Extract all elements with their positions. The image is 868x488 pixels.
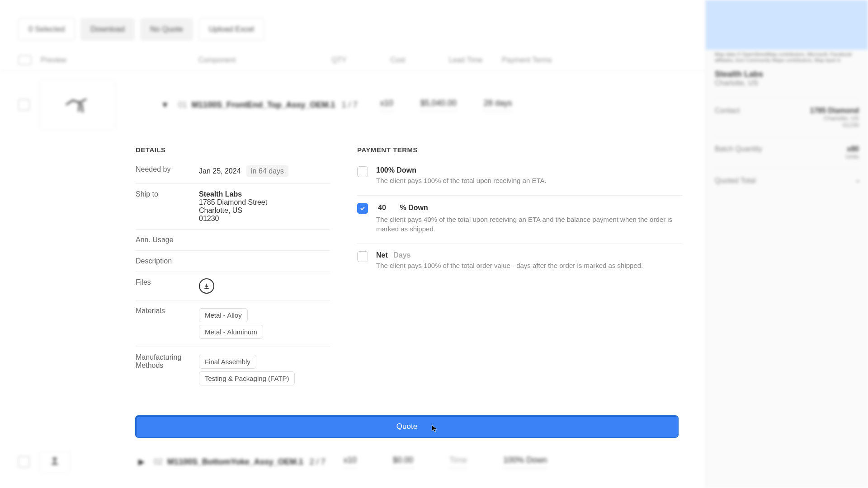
col-cost: Cost [366, 56, 429, 64]
material-tag: Metal - Alloy [199, 308, 248, 322]
component-fraction: 2 / 7 [310, 457, 326, 467]
map-credits: Map data © OpenStreetMap contributors, M… [715, 52, 859, 63]
col-preview: Preview [41, 56, 122, 64]
row-payment-terms[interactable]: 100% Down [503, 455, 547, 468]
col-lead-time: Lead Time [429, 56, 502, 64]
sidebar-company: Stealth Labs [715, 70, 859, 79]
batch-qty-units: Units [845, 153, 859, 160]
summary-sidebar: Map data © OpenStreetMap contributors, M… [705, 0, 868, 488]
percent-down-input[interactable]: 40 [376, 203, 390, 213]
component-fraction: 1 / 7 [342, 100, 358, 110]
payment-100-down-checkbox[interactable] [357, 166, 368, 177]
row-cost[interactable]: $5,040.00 [420, 99, 457, 111]
ship-to-label: Ship to [136, 190, 199, 198]
ship-company: Stealth Labs [199, 190, 330, 198]
map-preview [706, 0, 868, 50]
quote-button[interactable]: Quote [136, 416, 678, 437]
payment-100-down-title: 100% Down [376, 166, 683, 174]
contact-zip: 01230 [810, 122, 859, 128]
row-checkbox[interactable] [18, 99, 30, 111]
percent-down-desc: The client pays 40% of the total upon re… [376, 215, 683, 234]
net-desc: The client pays 100% of the total order … [376, 261, 683, 270]
col-qty: QTY [312, 56, 366, 64]
download-button[interactable]: Download [80, 18, 135, 41]
materials-label: Materials [136, 307, 199, 315]
upload-excel-button[interactable]: Upload Excel [198, 18, 264, 41]
payment-terms-panel: PAYMENT TERMS 100% Down The client pays … [357, 134, 683, 393]
material-tag: Metal - Aluminum [199, 325, 263, 339]
needed-by-date: Jan 25, 2024 [199, 167, 241, 175]
methods-label: Manufacturing Methods [136, 353, 199, 370]
part-thumbnail [39, 80, 116, 130]
payment-percent-down-checkbox[interactable] [357, 203, 368, 214]
selected-count-chip: 0 Selected [18, 18, 75, 41]
payment-net-checkbox[interactable] [357, 251, 368, 262]
row-qty[interactable]: x10 [344, 455, 357, 468]
percent-down-suffix: % Down [400, 204, 428, 211]
net-days-input[interactable]: Days [393, 251, 410, 259]
ship-street: 1785 Diamond Street [199, 198, 330, 206]
component-name: M1100S_FrontEnd_Top_Assy_OEM.1 [192, 100, 335, 110]
ann-usage-label: Ann. Usage [136, 236, 199, 244]
caret-right-icon[interactable]: ▶ [138, 457, 145, 467]
batch-qty-label: Batch Quantity [715, 145, 762, 160]
net-label: Net [376, 251, 388, 259]
row-lead-time[interactable]: Time [449, 455, 467, 468]
quoted-total-label: Quoted Total [715, 177, 755, 185]
method-tag: Final Assembly [199, 355, 256, 369]
payment-100-down-desc: The client pays 100% of the total upon r… [376, 176, 683, 185]
row-lead-time[interactable]: 28 days [484, 99, 512, 111]
row-index: 01 [178, 100, 187, 110]
ship-zip: 01230 [199, 215, 330, 223]
needed-by-relative: in 64 days [246, 165, 288, 177]
ship-city: Charlotte, US [199, 206, 330, 215]
col-payment-terms: Payment Terms [502, 56, 556, 64]
component-name: M1100S_BottomYoke_Assy_OEM.1 [167, 457, 303, 467]
contact-street: 1785 Diamond [810, 107, 859, 114]
contact-city: Charlotte, US [810, 115, 859, 122]
download-files-button[interactable] [199, 278, 214, 294]
row-qty[interactable]: x10 [380, 99, 393, 111]
caret-down-icon[interactable]: ▼ [161, 100, 169, 110]
row-checkbox[interactable] [18, 456, 30, 468]
payment-terms-title: PAYMENT TERMS [357, 146, 683, 154]
col-component: Component [122, 56, 312, 64]
select-all-checkbox[interactable] [18, 55, 32, 65]
part-thumbnail [39, 451, 71, 473]
contact-label: Contact [715, 107, 740, 128]
batch-qty-value: x80 [847, 145, 859, 153]
row-cost[interactable]: $0.00 [393, 455, 413, 468]
files-label: Files [136, 278, 199, 286]
details-title: DETAILS [136, 146, 330, 154]
method-tag: Testing & Packaging (FATP) [199, 371, 295, 385]
needed-by-label: Needed by [136, 165, 199, 174]
row-index: 02 [154, 457, 163, 467]
details-panel: DETAILS Needed by Jan 25, 2024 in 64 day… [136, 134, 330, 393]
sidebar-city: Charlotte, US [715, 79, 859, 87]
no-quote-button[interactable]: No Quote [140, 18, 193, 41]
description-label: Description [136, 257, 199, 265]
quoted-total-value: - [857, 177, 859, 185]
